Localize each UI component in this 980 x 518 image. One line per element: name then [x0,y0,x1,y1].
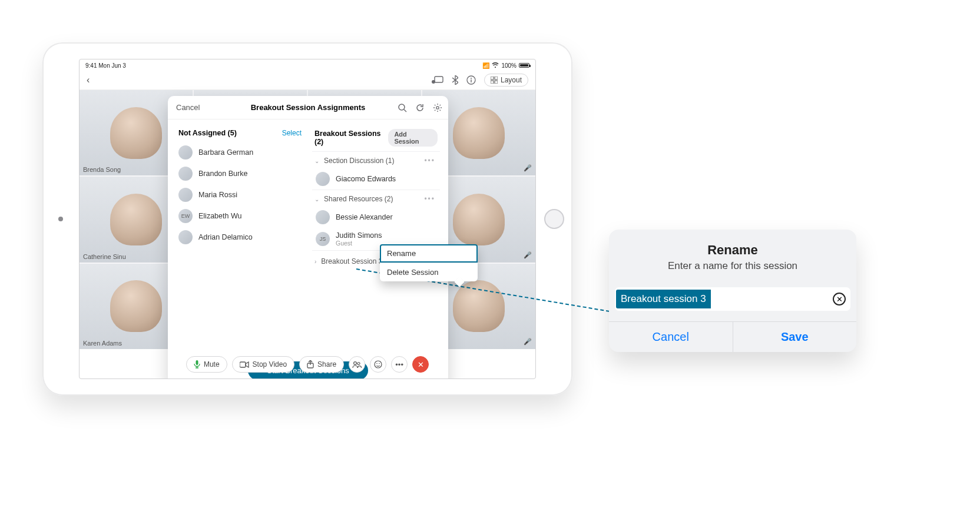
person-name: Barbara German [198,148,253,157]
not-assigned-column: Not Assigned (5) Select Barbara German B… [175,125,305,354]
context-menu: Rename Delete Session [380,244,478,281]
dialog-title: Breakout Session Assignments [251,103,366,112]
bluetooth-icon[interactable] [452,75,458,85]
status-time: 9:41 Mon Jun 3 [85,62,126,69]
rename-title: Rename [621,243,845,258]
svg-rect-4 [471,79,471,82]
session-row[interactable]: ⌄ Section Discussion (1) ••• [312,151,440,168]
avatar: EW [178,209,193,223]
share-label: Share [317,360,336,368]
more-icon[interactable]: ••• [422,195,438,203]
call-toolbar: Mute Stop Video Share ••• ✕ [80,356,535,373]
svg-rect-7 [491,81,494,84]
mute-label: Mute [204,360,220,368]
svg-rect-12 [196,360,198,365]
search-icon[interactable] [398,103,407,112]
person-row[interactable]: Maria Rossi [175,184,305,205]
ipad-screen: 9:41 Mon Jun 3 📶 100% ‹ [79,59,536,379]
person-name: Brandon Burke [198,170,247,178]
video-icon [240,361,249,368]
rename-footer: Cancel Save [609,321,856,352]
end-call-button[interactable]: ✕ [412,356,429,373]
app-topbar: ‹ Layout [80,70,535,90]
delete-session-menu-item[interactable]: Delete Session [380,263,478,281]
session-name: Shared Resources (2) [324,195,393,203]
share-button[interactable]: Share [299,356,344,373]
person-name: Bessie Alexander [336,213,393,221]
gear-icon[interactable] [433,103,442,112]
battery-icon [519,63,529,68]
rename-input[interactable]: Breakout session 3 ✕ [615,287,850,311]
avatar [316,172,330,186]
person-row[interactable]: Giacomo Edwards [312,168,440,190]
person-name: Maria Rossi [198,191,237,199]
person-row[interactable]: Adrian Delamico [175,227,305,248]
signal-icon: 📶 [482,62,489,69]
svg-rect-8 [495,81,498,84]
status-bar: 9:41 Mon Jun 3 📶 100% [80,59,535,70]
avatar [178,145,193,160]
share-icon [307,360,314,368]
mute-button[interactable]: Mute [186,356,227,373]
chevron-right-icon: › [314,258,316,265]
rename-input-value: Breakout session 3 [616,290,711,308]
status-right: 📶 100% [482,62,529,69]
svg-point-9 [399,104,405,110]
ipad-frame: 9:41 Mon Jun 3 📶 100% ‹ [42,42,572,396]
svg-rect-0 [435,77,443,82]
person-row[interactable]: Barbara German [175,142,305,163]
presenter-icon[interactable] [431,75,444,85]
rename-menu-item[interactable]: Rename [380,244,478,263]
person-name: Adrian Delamico [198,233,253,241]
person-row[interactable]: Bessie Alexander [312,207,440,228]
microphone-icon [194,360,200,368]
more-icon[interactable]: ••• [422,157,438,165]
stop-video-label: Stop Video [253,360,287,368]
cancel-button[interactable]: Cancel [176,103,200,112]
session-name: Section Discussion (1) [324,157,394,165]
chevron-down-icon: ⌄ [314,158,319,164]
svg-rect-13 [240,362,246,367]
select-button[interactable]: Select [282,129,302,137]
rename-dialog: Rename Enter a name for this session Bre… [609,230,856,352]
avatar [316,210,330,224]
person-row[interactable]: EW Elizabeth Wu [175,205,305,227]
bezel-left [42,42,79,396]
more-icon: ••• [395,360,403,369]
person-row[interactable]: Brandon Burke [175,163,305,184]
person-name: Elizabeth Wu [198,212,241,220]
refresh-icon[interactable] [415,103,425,112]
svg-point-17 [375,361,382,368]
rename-header: Rename Enter a name for this session [609,230,856,283]
breakout-dialog: Cancel Breakout Session Assignments [168,96,448,379]
home-button[interactable] [544,209,564,229]
dialog-tools [398,103,442,112]
svg-point-3 [471,78,472,79]
svg-point-18 [376,363,378,364]
participants-button[interactable] [349,356,365,373]
svg-point-19 [379,363,380,364]
add-session-button[interactable]: Add Session [388,129,438,147]
avatar [178,230,193,244]
wifi-icon [492,62,499,68]
sessions-heading: Breakout Sessions (2) [314,130,388,146]
clear-icon[interactable]: ✕ [833,293,846,306]
svg-line-10 [404,109,406,112]
svg-point-15 [354,361,357,364]
layout-label: Layout [501,76,522,84]
rename-cancel-button[interactable]: Cancel [609,322,733,352]
more-button[interactable]: ••• [391,356,408,373]
chevron-down-icon: ⌄ [314,196,319,202]
avatar: JS [316,232,330,246]
back-chevron-icon[interactable]: ‹ [87,75,90,85]
info-icon[interactable] [466,75,476,85]
rename-save-button[interactable]: Save [733,322,857,352]
stop-video-button[interactable]: Stop Video [232,356,295,373]
mic-active-icon: 🎤 [524,338,532,346]
sessions-column: Breakout Sessions (2) Add Session ⌄ Sect… [311,125,441,354]
mic-muted-icon: 🎤 [524,164,532,172]
close-icon: ✕ [418,360,424,369]
reactions-button[interactable] [370,356,386,373]
session-row[interactable]: ⌄ Shared Resources (2) ••• [312,190,440,207]
layout-button[interactable]: Layout [484,74,528,87]
